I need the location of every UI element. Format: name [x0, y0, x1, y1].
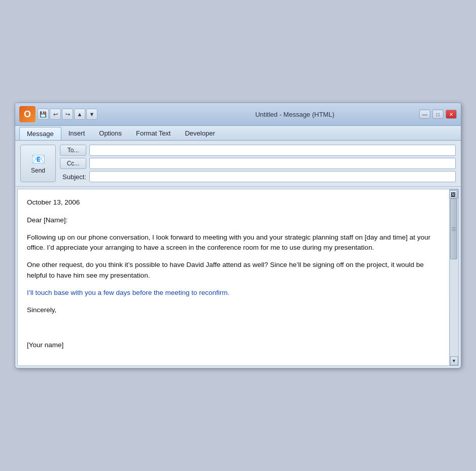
cc-input[interactable] — [89, 158, 456, 169]
fields-area: To... Cc... Subject: — [60, 145, 456, 182]
body-salutation: Dear [Name]: — [27, 215, 440, 225]
compose-header: 📧 Send To... Cc... Subject: — [15, 141, 461, 187]
body-closing: Sincerely, — [27, 305, 440, 315]
subject-field-row: Subject: — [60, 171, 456, 182]
scroll-down-arrow[interactable]: ▼ — [450, 356, 458, 365]
redo-button[interactable]: ↪ — [62, 109, 73, 120]
office-logo: O — [19, 106, 36, 122]
send-icon: 📧 — [31, 153, 45, 166]
body-paragraph1: Following up on our phone conversation, … — [27, 232, 440, 253]
body-signature: [Your name] — [27, 340, 440, 350]
save-button[interactable]: 💾 — [38, 109, 49, 120]
menu-insert[interactable]: Insert — [61, 127, 92, 140]
scrollbar: 🖼 ▲ ▼ — [449, 189, 458, 365]
menu-developer[interactable]: Developer — [178, 127, 222, 140]
menu-message[interactable]: Message — [19, 127, 61, 140]
scroll-track[interactable] — [450, 198, 458, 356]
minimize-button[interactable]: — — [419, 110, 430, 119]
nav-up-button[interactable]: ▲ — [74, 109, 85, 120]
grip-line-1 — [452, 227, 456, 228]
to-button[interactable]: To... — [60, 145, 86, 156]
menu-format-text[interactable]: Format Text — [129, 127, 178, 140]
send-label: Send — [31, 167, 45, 174]
restore-button[interactable]: □ — [432, 110, 444, 119]
scroll-grip — [452, 224, 456, 234]
compose-body-container: October 13, 2006 Dear [Name]: Following … — [17, 189, 459, 366]
to-field-row: To... — [60, 145, 456, 156]
body-paragraph3: I’ll touch base with you a few days befo… — [27, 288, 440, 298]
undo-button[interactable]: ↩ — [50, 109, 61, 120]
grip-line-3 — [452, 230, 456, 231]
title-bar: O 💾 ↩ ↪ ▲ ▼ Untitled - Message (HTML) — … — [15, 103, 461, 126]
ribbon: Message Insert Options Format Text Devel… — [15, 126, 461, 141]
menu-bar: Message Insert Options Format Text Devel… — [19, 127, 457, 140]
body-date: October 13, 2006 — [27, 197, 440, 208]
body-paragraph2: One other request, do you think it’s pos… — [27, 260, 440, 281]
main-window: O 💾 ↩ ↪ ▲ ▼ Untitled - Message (HTML) — … — [15, 103, 461, 368]
grip-line-2 — [452, 229, 456, 229]
scroll-thumb[interactable] — [450, 198, 457, 259]
quick-access-toolbar: 💾 ↩ ↪ ▲ ▼ — [38, 109, 97, 120]
subject-label: Subject: — [60, 173, 86, 181]
cc-button[interactable]: Cc... — [60, 158, 86, 169]
scroll-icon: 🖼 — [449, 190, 457, 198]
to-input[interactable] — [89, 145, 456, 156]
close-button[interactable]: ✕ — [446, 110, 457, 119]
title-bar-left: O 💾 ↩ ↪ ▲ ▼ — [19, 106, 201, 122]
send-button[interactable]: 📧 Send — [20, 145, 56, 182]
subject-input[interactable] — [89, 171, 456, 182]
window-title: Untitled - Message (HTML) — [204, 111, 416, 118]
nav-down-button[interactable]: ▼ — [86, 109, 97, 120]
window-controls: — □ ✕ — [419, 110, 457, 119]
menu-options[interactable]: Options — [92, 127, 129, 140]
compose-body[interactable]: October 13, 2006 Dear [Name]: Following … — [18, 189, 449, 365]
cc-field-row: Cc... — [60, 158, 456, 169]
